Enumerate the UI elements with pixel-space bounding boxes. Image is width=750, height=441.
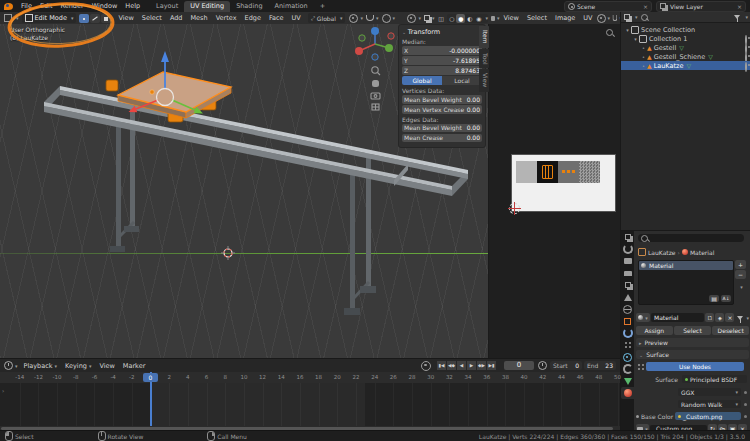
use-nodes-button[interactable]: Use Nodes (646, 362, 744, 371)
render-tab[interactable] (621, 255, 634, 267)
transform-panel-header[interactable]: ⌄ Transform (402, 28, 482, 36)
scene-tab[interactable] (621, 291, 634, 303)
unlink-material-button[interactable]: × (725, 313, 734, 322)
surface-panel-header[interactable]: ⌄Surface (636, 350, 749, 359)
animate-dot[interactable] (744, 415, 747, 418)
play-reverse-button[interactable]: ◀ (457, 361, 466, 370)
vertex-data-field-1[interactable]: Mean Vertex Crease0.00 (402, 105, 482, 114)
prev-keyframe-button[interactable]: ◀◆ (447, 361, 456, 370)
viewport-canvas[interactable]: User Orthographic (8) LauKatze (0, 24, 488, 358)
xray-toggle[interactable]: ◫ (436, 14, 445, 23)
tool-tab[interactable] (621, 243, 634, 255)
topbar-menu-window[interactable]: Window (88, 2, 122, 10)
play-button[interactable]: ▶ (467, 361, 476, 370)
timeline-editor-icon[interactable] (4, 361, 13, 370)
gizmos-dropdown[interactable] (407, 14, 416, 23)
viewport-menu-uv[interactable]: UV (288, 14, 305, 22)
constraints-tab[interactable] (621, 363, 634, 375)
socket-expand-dot[interactable] (636, 415, 639, 418)
viewport-menu-vertex[interactable]: Vertex (212, 14, 241, 22)
unlink-view-layer-icon[interactable]: × (737, 3, 742, 10)
proportional-editing-icon[interactable] (382, 14, 391, 23)
topbar-menu-edit[interactable]: Edit (36, 2, 57, 10)
vertex-select-button[interactable] (79, 14, 89, 23)
material-filter-icon[interactable] (737, 316, 743, 320)
view-layer-selector[interactable]: View Layer × (656, 1, 746, 12)
scene-selector[interactable]: Scene × (564, 1, 652, 12)
viewport-menu-select[interactable]: Select (138, 14, 166, 22)
remove-slot-button[interactable]: − (735, 270, 746, 279)
data-tab[interactable] (621, 375, 634, 387)
animate-dot[interactable] (744, 403, 747, 406)
edge-data-field-0[interactable]: Mean Bevel Weight0.00 (402, 124, 482, 133)
properties-editor-type-icon[interactable] (621, 231, 634, 243)
slot-specials-button[interactable]: ▤ (709, 295, 719, 302)
modifiers-tab[interactable] (621, 327, 634, 339)
shading-solid-button[interactable]: ● (456, 14, 465, 23)
assign-button[interactable]: Assign (636, 326, 673, 335)
animate-dot[interactable] (744, 391, 747, 394)
timeline-menu-marker[interactable]: Marker (119, 362, 149, 370)
uv-menu-uv[interactable]: UV (579, 14, 596, 22)
outliner-item-collection-1[interactable]: ▾Collection 1 (621, 34, 750, 43)
timeline-menu-playback[interactable]: Playback▾ (20, 362, 62, 370)
shading-wireframe-button[interactable]: ○ (447, 14, 456, 23)
timeline-tracks[interactable] (0, 383, 620, 426)
overlays-dropdown[interactable] (424, 15, 430, 21)
outliner-item-scene-collection[interactable]: ▾Scene Collection (621, 25, 750, 34)
jump-to-end-button[interactable]: ▶▮ (487, 361, 496, 370)
properties-search-input[interactable] (638, 234, 744, 242)
start-frame-field[interactable]: Start0 (550, 361, 582, 370)
outliner-search-icon[interactable] (641, 14, 648, 21)
new-material-button[interactable]: 🗋 (705, 313, 714, 322)
uv-menu-image[interactable]: Image (551, 14, 579, 22)
edge-data-field-1[interactable]: Mean Crease0.00 (402, 134, 482, 143)
breadcrumb-context[interactable]: Material (690, 249, 714, 256)
material-name-field[interactable]: Material (651, 313, 704, 322)
transform-orientation-dropdown[interactable]: ⤢ Global ▾ (308, 13, 346, 23)
blender-logo-icon[interactable] (4, 3, 13, 10)
subsurface-method-dropdown[interactable]: Random Walk▾ (678, 400, 741, 408)
outliner-display-mode-icon[interactable] (624, 14, 630, 20)
select-button[interactable]: Select (674, 326, 711, 335)
base-color-field[interactable]: _Custom.png (675, 412, 741, 420)
uv-canvas[interactable] (489, 24, 620, 358)
uv-zoom-icon[interactable] (606, 29, 613, 36)
object-tab[interactable] (621, 315, 634, 327)
outliner-filter-icon[interactable] (734, 15, 740, 19)
breadcrumb-object[interactable]: LauKatze (648, 249, 676, 256)
topbar-menu-render[interactable]: Render (56, 2, 87, 10)
current-frame-field[interactable]: 0 (504, 361, 534, 370)
viewport-menu-add[interactable]: Add (166, 14, 187, 22)
physics-tab[interactable] (621, 351, 634, 363)
median-x-field[interactable]: X-0.000000 (402, 46, 482, 55)
editor-type-icon[interactable] (4, 14, 12, 22)
world-tab[interactable] (621, 303, 634, 315)
shading-material-button[interactable]: ◐ (465, 14, 474, 23)
timeline-menu-keying[interactable]: Keying▾ (61, 362, 95, 370)
shading-rendered-button[interactable]: ◉ (474, 14, 483, 23)
slot-menu-chevron[interactable]: ▾ (737, 284, 746, 290)
topbar-menu-help[interactable]: Help (121, 2, 144, 10)
uv-editor-type-icon[interactable] (491, 16, 495, 21)
outliner-item-laukatze[interactable]: •▲LauKatze▽ (621, 61, 750, 70)
material-tab[interactable] (621, 387, 634, 399)
face-select-button[interactable] (101, 14, 111, 23)
unlink-scene-icon[interactable]: × (643, 3, 648, 10)
distribution-dropdown[interactable]: GGX▾ (678, 388, 741, 396)
pivot-point-dropdown[interactable] (349, 14, 358, 23)
viewport-menu-edge[interactable]: Edge (241, 14, 265, 22)
auto-key-button[interactable] (421, 361, 431, 371)
mode-dropdown[interactable]: Edit Mode ▾ (22, 13, 77, 23)
median-y-field[interactable]: Y-7.61895 (402, 56, 482, 65)
preview-panel-header[interactable]: ▸Preview (636, 338, 749, 347)
uv-pivot-dropdown[interactable] (597, 14, 606, 23)
output-tab[interactable] (621, 267, 634, 279)
viewport-menu-view[interactable]: View (114, 14, 137, 22)
surface-shader-field[interactable]: Principled BSDF (682, 375, 747, 383)
next-keyframe-button[interactable]: ◆▶ (477, 361, 486, 370)
orientation-global-button[interactable]: Global (402, 76, 442, 85)
end-frame-field[interactable]: End23 (584, 361, 616, 370)
browse-material-button[interactable]: ▾ (636, 313, 650, 322)
add-slot-button[interactable]: + (735, 260, 746, 269)
